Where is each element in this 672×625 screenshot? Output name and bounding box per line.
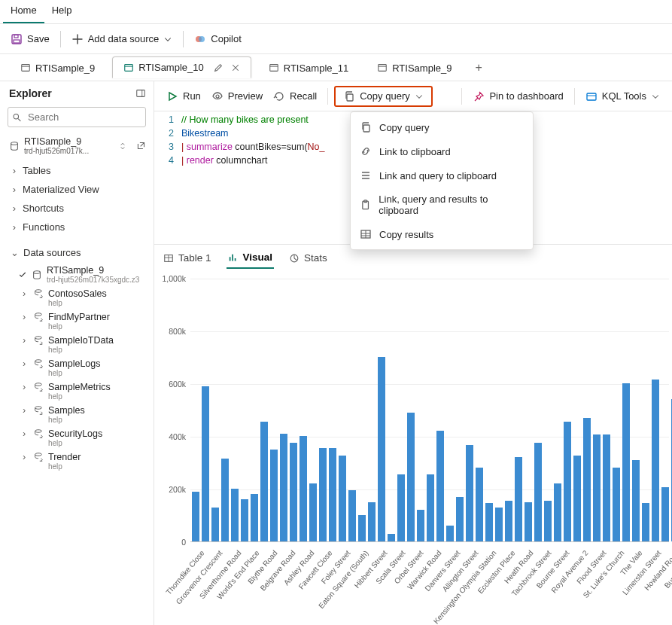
- chart-bar[interactable]: [485, 503, 493, 541]
- chart-bar[interactable]: [290, 443, 297, 541]
- ds-item[interactable]: › Sampleshelp: [0, 403, 154, 426]
- chart-bar[interactable]: [661, 487, 669, 541]
- chart-bar[interactable]: [544, 501, 552, 541]
- tab-rtisample-11[interactable]: RTISample_11: [257, 57, 360, 78]
- close-icon[interactable]: [231, 63, 240, 72]
- chart-bar[interactable]: [466, 445, 473, 541]
- chart-bar[interactable]: [192, 492, 199, 542]
- chart-bar[interactable]: [436, 431, 444, 541]
- preview-button[interactable]: Preview: [207, 87, 267, 105]
- chart-bar[interactable]: [251, 494, 258, 541]
- save-button[interactable]: Save: [6, 30, 54, 48]
- search-input[interactable]: [8, 107, 146, 127]
- chart-bar[interactable]: [417, 510, 424, 541]
- chart-bar[interactable]: [407, 413, 415, 542]
- ds-item[interactable]: › SampleIoTDatahelp: [0, 333, 154, 356]
- tree-tables[interactable]: ›Tables: [0, 161, 154, 180]
- chart-bar[interactable]: [632, 460, 640, 542]
- svg-rect-2: [14, 40, 20, 43]
- chart-bar[interactable]: [221, 459, 229, 541]
- collapse-panel-icon[interactable]: [135, 88, 146, 99]
- table-icon: [360, 228, 372, 240]
- chart-bar[interactable]: [564, 422, 571, 541]
- chart-bar[interactable]: [260, 422, 268, 541]
- chart-bar[interactable]: [300, 436, 307, 541]
- dd-copy-query[interactable]: Copy query: [351, 115, 533, 139]
- chart-bar[interactable]: [358, 515, 366, 541]
- chart-bar[interactable]: [525, 502, 532, 542]
- database-selector[interactable]: RTISample_9 trd-hjut526m017k...: [0, 132, 154, 158]
- chart-bar[interactable]: [456, 497, 464, 542]
- save-label: Save: [27, 33, 50, 44]
- chevron-down-icon: [415, 92, 424, 101]
- chart-bar[interactable]: [505, 501, 512, 541]
- ds-primary[interactable]: RTISample_9trd-hjut526m017k35xgdc.z3: [0, 263, 154, 286]
- result-tab-table[interactable]: Table 1: [162, 248, 213, 268]
- tab-rtisample-10[interactable]: RTISample_10: [112, 56, 251, 78]
- result-tab-visual[interactable]: Visual: [227, 247, 275, 269]
- chart-bar[interactable]: [231, 489, 239, 541]
- run-button[interactable]: Run: [162, 87, 205, 105]
- chart-bar[interactable]: [270, 450, 278, 542]
- chart-bar[interactable]: [309, 483, 317, 541]
- chart-bar[interactable]: [534, 443, 542, 541]
- tab-rtisample-9b[interactable]: RTISample_9: [366, 57, 463, 78]
- chart-bar[interactable]: [427, 474, 434, 541]
- ds-item[interactable]: › SampleLogshelp: [0, 356, 154, 380]
- chart-bar[interactable]: [202, 386, 209, 542]
- ds-item[interactable]: › ContosoSaleshelp: [0, 286, 154, 309]
- updown-icon[interactable]: [118, 142, 127, 151]
- chart-bar[interactable]: [388, 534, 395, 542]
- dd-link-query-clipboard[interactable]: Link and query to clipboard: [351, 163, 533, 188]
- chart-bar[interactable]: [622, 383, 630, 541]
- chart-bar[interactable]: [554, 483, 561, 541]
- chart-bar[interactable]: [603, 434, 610, 541]
- ds-item[interactable]: › FindMyPartnerhelp: [0, 309, 154, 333]
- open-external-icon[interactable]: [136, 141, 146, 151]
- chart-bar[interactable]: [495, 508, 503, 542]
- ds-item[interactable]: › Trenderhelp: [0, 450, 154, 473]
- chart-bar[interactable]: [652, 380, 659, 541]
- chart-bar[interactable]: [211, 508, 219, 542]
- add-tab-button[interactable]: +: [469, 58, 488, 78]
- menu-help[interactable]: Help: [44, 0, 80, 23]
- copy-query-button[interactable]: Copy query: [334, 86, 432, 107]
- chart-bar[interactable]: [583, 418, 591, 542]
- datasources-section[interactable]: ⌄Data sources: [0, 242, 154, 261]
- chart-bar[interactable]: [573, 456, 581, 541]
- pencil-icon[interactable]: [213, 62, 223, 73]
- chart-bar[interactable]: [378, 357, 385, 541]
- chart-bar[interactable]: [613, 468, 620, 541]
- add-datasource-button[interactable]: Add data source: [67, 30, 178, 48]
- chart-bar[interactable]: [515, 457, 522, 541]
- recall-button[interactable]: Recall: [269, 87, 321, 105]
- chart-bar[interactable]: [348, 490, 356, 541]
- kql-tools-button[interactable]: KQL Tools: [581, 87, 664, 105]
- ds-item[interactable]: › SecurityLogshelp: [0, 426, 154, 450]
- queryset-icon: [269, 62, 279, 73]
- chart-bar[interactable]: [280, 434, 287, 542]
- chart-bar[interactable]: [368, 502, 376, 542]
- copilot-button[interactable]: Copilot: [190, 30, 245, 48]
- chart-bar[interactable]: [339, 456, 346, 541]
- tree-materialized-view[interactable]: ›Materialized View: [0, 180, 154, 199]
- chart-bar[interactable]: [397, 474, 405, 541]
- dd-copy-results[interactable]: Copy results: [351, 222, 533, 246]
- tree-shortcuts[interactable]: ›Shortcuts: [0, 199, 154, 218]
- chart-bar[interactable]: [642, 503, 649, 541]
- ds-item[interactable]: › SampleMetricshelp: [0, 380, 154, 403]
- queryset-icon: [20, 62, 31, 73]
- chart-bar[interactable]: [446, 526, 454, 541]
- chart-bar[interactable]: [319, 448, 327, 541]
- chart-bar[interactable]: [593, 434, 601, 541]
- dd-link-query-results[interactable]: Link, query and results to clipboard: [351, 188, 533, 222]
- chart-bar[interactable]: [329, 448, 336, 541]
- dd-link-clipboard[interactable]: Link to clipboard: [351, 139, 533, 163]
- tab-rtisample-9a[interactable]: RTISample_9: [9, 57, 106, 78]
- chart-bar[interactable]: [241, 499, 248, 541]
- chart-bar[interactable]: [476, 468, 483, 541]
- tree-functions[interactable]: ›Functions: [0, 218, 154, 236]
- menu-home[interactable]: Home: [3, 0, 44, 23]
- pin-dashboard-button[interactable]: Pin to dashboard: [468, 87, 567, 105]
- result-tab-stats[interactable]: Stats: [287, 248, 329, 268]
